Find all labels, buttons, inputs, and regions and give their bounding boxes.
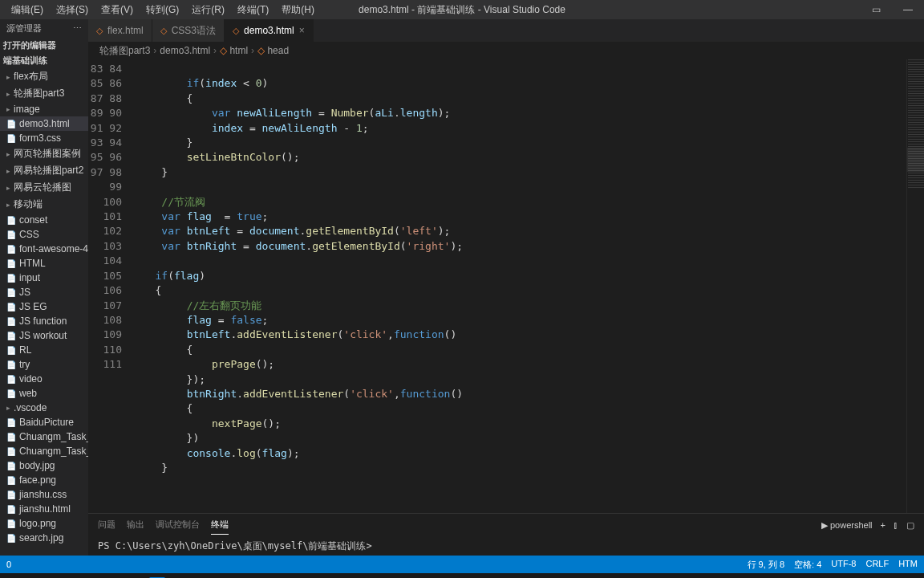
tree-item[interactable]: 📄Chuangm_Task_2 xyxy=(0,444,88,458)
tree-item[interactable]: 网易云轮播图 xyxy=(0,179,88,196)
tree-item[interactable]: 📄try xyxy=(0,357,88,372)
tree-item[interactable]: 📄jianshu.css xyxy=(0,487,88,502)
minimap[interactable] xyxy=(906,59,924,513)
status-item[interactable]: UTF-8 xyxy=(831,559,856,571)
tree-item[interactable]: 📄video xyxy=(0,372,88,386)
tree-item[interactable]: 轮播图part3 xyxy=(0,85,88,102)
root-folder[interactable]: 端基础训练 xyxy=(0,53,88,68)
open-editors-label[interactable]: 打开的编辑器 xyxy=(0,38,88,53)
menu-item[interactable]: 选择(S) xyxy=(50,2,95,18)
editor-tab[interactable]: ◇CSS3语法 xyxy=(152,19,225,42)
tree-item[interactable]: 📄jianshu.html xyxy=(0,502,88,516)
status-bar: 0 行 9, 列 8空格: 4UTF-8CRLFHTM xyxy=(0,556,924,573)
tree-item[interactable]: .vscode xyxy=(0,401,88,415)
split-terminal-icon[interactable]: ⫿ xyxy=(894,520,898,530)
line-gutter: 83 84 85 86 87 88 89 90 91 92 93 94 95 9… xyxy=(88,59,136,513)
tree-item[interactable]: 📄Chuangm_Task_1 xyxy=(0,429,88,444)
editor-tab[interactable]: ◇flex.html xyxy=(88,19,152,42)
new-terminal-icon[interactable]: + xyxy=(881,520,886,530)
tree-item[interactable]: 📄input xyxy=(0,271,88,285)
maximize-panel-icon[interactable]: ▢ xyxy=(906,520,914,531)
tree-item[interactable]: image xyxy=(0,102,88,116)
file-tree: flex布局轮播图part3image📄demo3.html📄form3.css… xyxy=(0,68,88,556)
panel: 问题输出调试控制台终端 ▶ powershell + ⫿ ▢ PS C:\Use… xyxy=(88,513,924,556)
tree-item[interactable]: 📄HTML xyxy=(0,256,88,271)
tree-item[interactable]: 📄body.jpg xyxy=(0,458,88,473)
menu-item[interactable]: 编辑(E) xyxy=(5,2,50,18)
tree-item[interactable]: 📄conset xyxy=(0,213,88,227)
menu-item[interactable]: 终端(T) xyxy=(231,2,275,18)
panel-tab[interactable]: 终端 xyxy=(211,515,229,535)
tree-item[interactable]: 网易轮播图part2 xyxy=(0,162,88,179)
windows-taskbar: ⊞ ☁ ◢ ▮▮ ◧ ⬢ ⧉ Ps ▢ ● ♪ 💬 📁 ◉ ❀ ◔ ^拼中⌨📶🔊… xyxy=(0,573,924,578)
explorer-title: 源管理器 xyxy=(6,22,42,35)
status-item[interactable]: 空格: 4 xyxy=(794,559,821,571)
window-controls: ▭ — xyxy=(860,0,924,19)
tree-item[interactable]: 📄JS workout xyxy=(0,328,88,343)
tree-item[interactable]: 📄CSS xyxy=(0,227,88,242)
panel-tab[interactable]: 输出 xyxy=(127,515,144,535)
tree-item[interactable]: 📄form3.css xyxy=(0,131,88,145)
tree-item[interactable]: 网页轮播图案例 xyxy=(0,145,88,162)
window-title: demo3.html - 前端基础训练 - Visual Studio Code xyxy=(359,3,565,17)
explorer-sidebar: 源管理器 ⋯ 打开的编辑器 端基础训练 flex布局轮播图part3image📄… xyxy=(0,19,88,556)
title-bar: 编辑(E)选择(S)查看(V)转到(G)运行(R)终端(T)帮助(H) demo… xyxy=(0,0,924,19)
tree-item[interactable]: 📄search.jpg xyxy=(0,531,88,545)
main-menu: 编辑(E)选择(S)查看(V)转到(G)运行(R)终端(T)帮助(H) xyxy=(5,2,321,18)
tree-item[interactable]: 📄JS EG xyxy=(0,299,88,314)
breadcrumb[interactable]: 轮播图part3›demo3.html›◇ html›◇ head xyxy=(88,42,924,59)
breadcrumb-item[interactable]: ◇ head xyxy=(257,45,289,56)
tree-item[interactable]: flex布局 xyxy=(0,68,88,85)
tree-item[interactable]: 移动端 xyxy=(0,196,88,213)
menu-item[interactable]: 转到(G) xyxy=(140,2,185,18)
tree-item[interactable]: 📄JS function xyxy=(0,314,88,328)
breadcrumb-item[interactable]: demo3.html xyxy=(160,45,210,56)
status-item[interactable]: 0 xyxy=(6,560,11,569)
panel-tab[interactable]: 问题 xyxy=(98,515,116,535)
tree-item[interactable]: 📄demo3.html xyxy=(0,116,88,131)
menu-item[interactable]: 查看(V) xyxy=(95,2,140,18)
tree-item[interactable]: 📄font-awesome-4.7.0 xyxy=(0,242,88,256)
tree-item[interactable]: 📄face.png xyxy=(0,473,88,487)
tree-item[interactable]: 📄RL xyxy=(0,343,88,357)
panel-tab[interactable]: 调试控制台 xyxy=(156,515,200,535)
breadcrumb-item[interactable]: ◇ html xyxy=(220,45,248,56)
tree-item[interactable]: 📄web xyxy=(0,386,88,401)
menu-item[interactable]: 帮助(H) xyxy=(275,2,321,18)
tree-item[interactable]: 📄BaiduPicture xyxy=(0,415,88,429)
editor-tabs: ◇flex.html◇CSS3语法◇demo3.html× xyxy=(88,19,924,42)
tree-item[interactable]: 📄JS xyxy=(0,285,88,299)
layout-icon[interactable]: ▭ xyxy=(860,0,892,19)
shell-label[interactable]: ▶ powershell xyxy=(821,520,873,531)
minimize-button[interactable]: — xyxy=(892,0,924,19)
menu-item[interactable]: 运行(R) xyxy=(185,2,231,18)
close-tab-icon[interactable]: × xyxy=(299,25,305,36)
status-item[interactable]: HTM xyxy=(898,559,918,571)
panel-tabs: 问题输出调试控制台终端 xyxy=(98,515,229,535)
editor-area: ◇flex.html◇CSS3语法◇demo3.html× 轮播图part3›d… xyxy=(88,19,924,556)
more-icon[interactable]: ⋯ xyxy=(73,23,82,34)
breadcrumb-item[interactable]: 轮播图part3 xyxy=(99,44,150,58)
status-item[interactable]: CRLF xyxy=(865,559,889,571)
status-item[interactable]: 行 9, 列 8 xyxy=(748,559,784,571)
tree-item[interactable]: 📄logo.png xyxy=(0,516,88,531)
terminal-body[interactable]: PS C:\Users\zyh\OneDrive\桌面\myself\前端基础训… xyxy=(88,536,924,556)
editor-tab[interactable]: ◇demo3.html× xyxy=(225,19,314,42)
code-editor[interactable]: if(index < 0) { var newAliLength = Numbe… xyxy=(136,59,906,513)
